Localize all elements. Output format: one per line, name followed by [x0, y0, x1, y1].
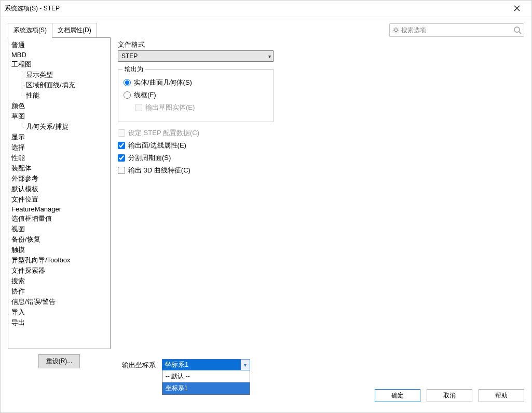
output-coord-value: 坐标系1: [162, 359, 240, 370]
output-coord-label: 输出坐标系: [122, 359, 156, 370]
check-face-edge-input[interactable]: [118, 142, 125, 149]
tree-item[interactable]: 导出: [9, 317, 109, 328]
coord-option-default[interactable]: -- 默认 --: [162, 370, 250, 382]
tab-system-options[interactable]: 系统选项(S): [8, 23, 52, 38]
svg-line-7: [394, 32, 394, 32]
output-coord-field[interactable]: 坐标系1 ▾: [162, 359, 250, 370]
export-checks: 设定 STEP 配置数据(C) 输出面/边线属性(E) 分割周期面(S) 输出 …: [118, 128, 284, 175]
side-column: 普通 MBD 工程图 显示类型 区域剖面线/填充 性能 颜色 草图 几何关系/捕…: [8, 38, 111, 368]
tree-item[interactable]: 普通: [9, 40, 109, 50]
tree-item[interactable]: 颜色: [9, 101, 109, 111]
window-title: 系统选项(S) - STEP: [5, 4, 60, 13]
search-input[interactable]: [400, 26, 513, 34]
check-step-config-input: [118, 129, 125, 137]
tree-item[interactable]: 备份/恢复: [9, 234, 109, 245]
tree-connector-icon: [18, 92, 25, 99]
options-dialog: 系统选项(S) - STEP 系统选项(S) 文档属性(D) 普通 MBD: [0, 0, 532, 413]
output-coord-combo[interactable]: 坐标系1 ▾ -- 默认 -- 坐标系1: [162, 359, 250, 395]
check-3d-curve-input[interactable]: [118, 167, 125, 174]
output-as-title: 输出为: [122, 65, 145, 74]
tree-child[interactable]: 几何关系/捕捉: [9, 122, 109, 132]
titlebar: 系统选项(S) - STEP: [1, 1, 531, 17]
chevron-down-icon: ▾: [268, 54, 271, 59]
file-format-label: 文件格式: [118, 40, 521, 49]
tree-item[interactable]: 工程图: [9, 59, 109, 70]
output-as-group: 输出为 实体/曲面几何体(S) 线框(F) 输出草图实体(E): [118, 69, 274, 122]
check-split-input[interactable]: [118, 154, 125, 162]
check-output-sketch: 输出草图实体(E): [124, 103, 268, 112]
ok-button[interactable]: 确定: [375, 389, 420, 402]
coord-option-cs1[interactable]: 坐标系1: [162, 382, 250, 394]
svg-point-0: [394, 29, 397, 31]
tree-item[interactable]: FeatureManager: [9, 205, 109, 214]
tab-document-properties[interactable]: 文档属性(D): [52, 23, 97, 38]
search-icon: [513, 26, 522, 34]
tree-item[interactable]: 视图: [9, 224, 109, 234]
svg-line-5: [394, 28, 394, 29]
radio-wire-input[interactable]: [124, 91, 131, 99]
chevron-down-icon[interactable]: ▾: [240, 359, 250, 370]
check-3d-curve[interactable]: 输出 3D 曲线特征(C): [118, 166, 284, 175]
tree-item[interactable]: 触摸: [9, 245, 109, 255]
reset-row: 重设(R)...: [8, 354, 111, 368]
tree-item[interactable]: MBD: [9, 50, 109, 59]
main-panel: 文件格式 STEP ▾ 输出为 实体/曲面几何体(S) 线框(F) 输出草图实体…: [115, 38, 524, 368]
output-coord-list[interactable]: -- 默认 -- 坐标系1: [162, 370, 250, 395]
check-face-edge[interactable]: 输出面/边线属性(E): [118, 141, 284, 150]
svg-line-6: [398, 32, 398, 32]
tree-connector-icon: [18, 123, 25, 130]
dialog-footer: 确定 取消 帮助: [375, 389, 524, 402]
tree-item[interactable]: 文件位置: [9, 194, 109, 205]
tree-child[interactable]: 显示类型: [9, 70, 109, 80]
close-button[interactable]: [507, 2, 527, 16]
close-icon: [514, 4, 520, 14]
tree-item[interactable]: 显示: [9, 132, 109, 142]
tree-item[interactable]: 信息/错误/警告: [9, 297, 109, 307]
tree-connector-icon: [18, 71, 25, 78]
tree-item[interactable]: 草图: [9, 111, 109, 122]
search-box[interactable]: [389, 23, 524, 37]
tab-strip: 系统选项(S) 文档属性(D): [8, 22, 97, 38]
radio-solid-input[interactable]: [124, 79, 131, 86]
tree-item[interactable]: 选值框增量值: [9, 214, 109, 224]
tree-connector-icon: [18, 82, 25, 89]
tree-item[interactable]: 外部参考: [9, 174, 109, 184]
tree-child[interactable]: 性能: [9, 90, 109, 101]
file-format-combo[interactable]: STEP ▾: [118, 50, 274, 62]
tree-item[interactable]: 装配体: [9, 163, 109, 174]
help-button[interactable]: 帮助: [479, 389, 524, 402]
reset-button[interactable]: 重设(R)...: [38, 354, 80, 368]
body-area: 普通 MBD 工程图 显示类型 区域剖面线/填充 性能 颜色 草图 几何关系/捕…: [1, 38, 531, 376]
output-coord-row: 输出坐标系 坐标系1 ▾ -- 默认 -- 坐标系1: [122, 359, 250, 395]
category-tree[interactable]: 普通 MBD 工程图 显示类型 区域剖面线/填充 性能 颜色 草图 几何关系/捕…: [8, 37, 111, 349]
svg-line-10: [519, 32, 521, 34]
radio-solid-surface[interactable]: 实体/曲面几何体(S): [124, 78, 268, 87]
tree-item[interactable]: 选择: [9, 142, 109, 153]
tree-item[interactable]: 协作: [9, 286, 109, 297]
radio-wireframe[interactable]: 线框(F): [124, 90, 268, 100]
tree-child[interactable]: 区域剖面线/填充: [9, 80, 109, 90]
tree-item[interactable]: 搜索: [9, 276, 109, 286]
check-step-config: 设定 STEP 配置数据(C): [118, 128, 284, 138]
gear-icon: [392, 26, 400, 34]
check-output-sketch-input: [135, 104, 142, 111]
svg-point-9: [514, 27, 520, 32]
top-row: 系统选项(S) 文档属性(D): [1, 17, 531, 38]
cancel-button[interactable]: 取消: [427, 389, 472, 402]
tree-item[interactable]: 文件探索器: [9, 265, 109, 276]
tree-item[interactable]: 性能: [9, 153, 109, 163]
file-format-value: STEP: [121, 52, 138, 60]
tree-item[interactable]: 导入: [9, 307, 109, 317]
tree-item[interactable]: 异型孔向导/Toolbox: [9, 255, 109, 265]
check-split-periodic[interactable]: 分割周期面(S): [118, 153, 284, 163]
svg-line-8: [398, 28, 398, 29]
tree-item[interactable]: 默认模板: [9, 184, 109, 194]
